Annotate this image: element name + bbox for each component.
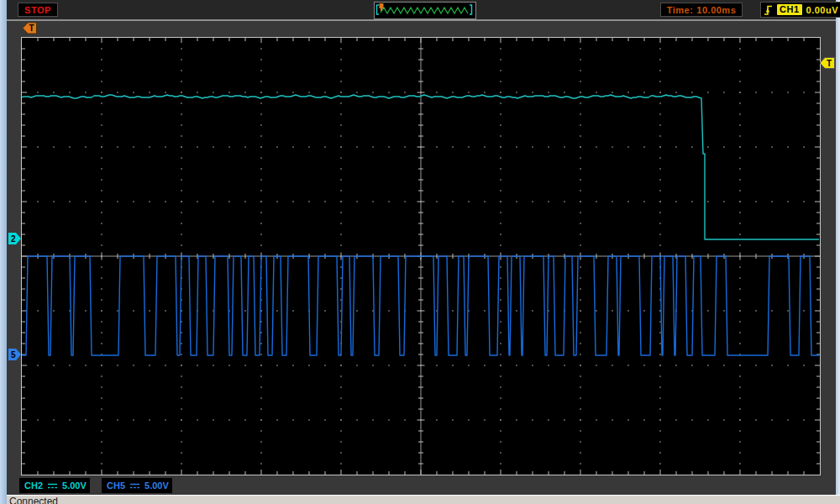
trigger-position-marker[interactable]: T xyxy=(23,23,37,34)
channel-label-ch5[interactable]: CH5 5.00V xyxy=(102,478,172,493)
ch5-marker-number: 5 xyxy=(11,350,16,360)
trigger-info: CH1 0.00uV xyxy=(760,2,840,18)
waveform-preview[interactable] xyxy=(374,2,476,19)
ch2-ground-marker[interactable]: 2 xyxy=(8,233,21,244)
ch2-marker-number: 2 xyxy=(11,234,16,244)
scope-display xyxy=(21,37,821,475)
trigger-source-badge: CH1 xyxy=(777,4,802,15)
ch2-name: CH2 xyxy=(24,480,43,491)
rising-edge-trigger-icon xyxy=(764,4,773,16)
ch5-ground-marker[interactable]: 5 xyxy=(8,349,21,360)
top-status-bar: STOP Time: 10.00ms CH1 0.00uV xyxy=(7,0,836,19)
oscilloscope-app-window: { "top_bar": { "run_state": "STOP", "tim… xyxy=(0,0,840,504)
timebase-value: 10.00ms xyxy=(696,5,736,15)
ch5-scale: 5.00V xyxy=(144,480,169,491)
ch5-dc-coupling-icon xyxy=(129,482,140,490)
ch2-scale: 5.00V xyxy=(62,480,87,491)
channel-label-ch2[interactable]: CH2 5.00V xyxy=(19,478,90,493)
scope-graticule-and-traces xyxy=(22,38,820,475)
ch5-name: CH5 xyxy=(107,480,125,491)
connection-status: Connected xyxy=(7,496,840,504)
trigger-position-letter: T xyxy=(29,24,34,33)
window-border-right xyxy=(836,0,840,504)
timebase-label: Time: xyxy=(667,5,694,15)
trigger-level-letter: T xyxy=(827,59,832,68)
window-border-left xyxy=(0,0,7,504)
waveform-preview-graphic xyxy=(375,3,474,17)
trigger-level-marker[interactable]: T xyxy=(820,57,835,69)
run-state-indicator[interactable]: STOP xyxy=(18,3,58,17)
trigger-level-value: 0.00uV xyxy=(806,5,838,15)
status-bar: Connected xyxy=(7,495,840,504)
ch2-dc-coupling-icon xyxy=(47,482,58,490)
run-state-label: STOP xyxy=(24,5,51,15)
timebase-indicator: Time: 10.00ms xyxy=(660,3,743,17)
